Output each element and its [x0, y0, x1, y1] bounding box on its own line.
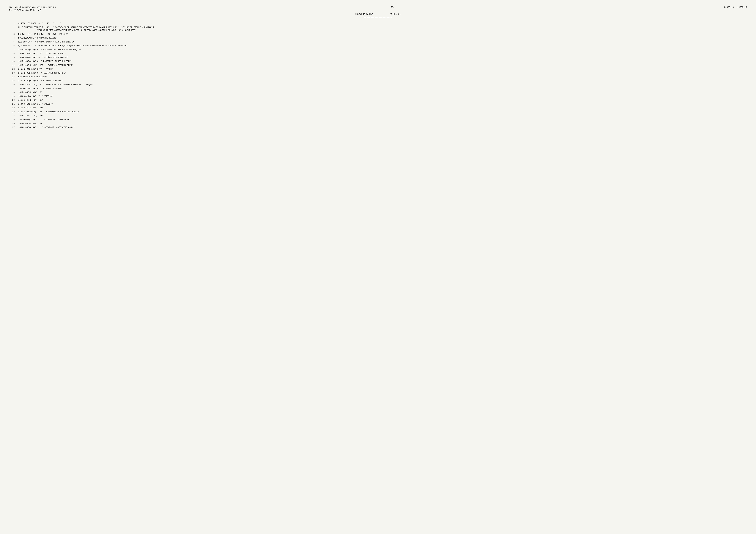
- row-text: П2* АППАРАТЫ И ПРИБОРЫ#*: [18, 75, 747, 78]
- row-number: 22: [9, 106, 18, 110]
- row-text: 1517-1446-2(=14)' 6*: [18, 91, 747, 94]
- row-number: 25: [9, 118, 18, 121]
- row-number: 12: [9, 67, 18, 71]
- row-text: Щ11-680-4' 4' ' ТО ЖЕ МАЛОГАБАРИТНЫХ ЩИТ…: [18, 44, 747, 47]
- doc-ref1: 24383-13: [724, 6, 734, 8]
- subtitle2-right: (П.Н.= 8): [390, 13, 401, 15]
- doc-num: - I24: [389, 6, 394, 8]
- header-equals: =====================: [9, 16, 747, 18]
- table-row: 91517-1062(=14)' 28' ' СТОЙКИ МЕТАЛЛИЧЕС…: [9, 56, 747, 59]
- row-number: 26: [9, 122, 18, 125]
- row-text: 1517-1509(=14)' 8' ' КОМПЛЕКТ КРЕПЛЕНИЯ …: [18, 60, 747, 63]
- program-title: ПРОГРАММНЫЙ КОМПЛЕКС АВС-3ЕС ( РЕДАКЦИЯ …: [9, 6, 59, 9]
- row-number: 23: [9, 111, 18, 114]
- table-row: 271504-1006(=14)' 21' ' СТОИМОСТЬ АВТОМА…: [9, 126, 747, 129]
- row-text: 1504-1006(=14)' 21' ' СТОИМОСТЬ АВТОМАТО…: [18, 126, 747, 129]
- table-row: 2Ш' ' ТИПОВОЙ ПРОЕКТ Г.2-4' ' ' ЗАГЛУБЛЕ…: [9, 26, 747, 32]
- table-row: 191504-6411(=14)' 17' ' УП5313*: [9, 95, 747, 98]
- table-row: 101517-1509(=14)' 8' ' КОМПЛЕКТ КРЕПЛЕНИ…: [9, 60, 747, 63]
- table-row: 161517-1445-2(=14)' 9' ' ПЕРЕКЛЮЧАТЕЛИ У…: [9, 83, 747, 86]
- row-text: 1504-6409(=14)' 9' ' СТОИМОСТЬ УП5311*: [18, 79, 747, 82]
- table-row: 211504-6414(=14)' 11' ' УП5316*: [9, 103, 747, 106]
- row-text: 1517-1504(=14)' 277' ' РАМКИ*: [18, 67, 747, 71]
- row-text: РОБОРУДОВАНИЕ И МОНТАЖНЫЕ РАБОТЫ*: [18, 37, 747, 39]
- table-row: 121517-1504(=14)' 277' ' РАМКИ*: [9, 67, 747, 71]
- row-line-1: Ш' ' ТИПОВОЙ ПРОЕКТ Г.2-4' ' ' ЗАГЛУБЛЕН…: [18, 26, 747, 29]
- row-number: 8: [9, 52, 18, 55]
- table-row: 181517-1446-2(=14)' 6*: [9, 91, 747, 94]
- table-row: 4РОБОРУДОВАНИЕ И МОНТАЖНЫЕ РАБОТЫ*: [9, 37, 747, 39]
- row-number: 24: [9, 114, 18, 117]
- row-number: 13: [9, 72, 18, 75]
- table-row: 241517-1444-2(=14)' 73*: [9, 114, 747, 117]
- table-row: 251504-6001(=14)' 11' ' СТОИМОСТЬ ТУМБЛЕ…: [9, 118, 747, 121]
- header-right: 24383-13 14890116: [724, 6, 747, 8]
- table-row: 151504-6409(=14)' 9' ' СТОИМОСТЬ УП5311*: [9, 79, 747, 82]
- row-number: 3: [9, 33, 18, 36]
- table-row: 221517-1450-2(=14)' 11*: [9, 106, 747, 110]
- table-row: 14П2* АППАРАТЫ И ПРИБОРЫ#*: [9, 75, 747, 78]
- row-number: 18: [9, 91, 18, 94]
- row-text: 1517-1453-2(=14)' 11*: [18, 122, 747, 125]
- row-text: 1517-1103(=14)' 2,0' ' ТО ЖЕ ЩУК И ЩУН1*: [18, 52, 747, 55]
- row-text: 314890116' Н9Г1' Сr ' 1.1' ' ' ' ' *: [18, 22, 747, 25]
- row-number: 27: [9, 126, 18, 129]
- row-number: 10: [9, 60, 18, 63]
- row-line-2: РИБОРОВ СРЕДСТ АВТОМАТИЗАЦИИ' АЛЬБОМ 6 Ч…: [18, 29, 747, 32]
- row-number: 11: [9, 64, 18, 67]
- header-doc-num: - I24: [389, 6, 394, 8]
- table-row: 111517-1495-2(=14)' 193' ' ЗАЖИМЫ ОТВОДН…: [9, 64, 747, 67]
- header-left: ПРОГРАММНЫЙ КОМПЛЕКС АВС-3ЕС ( РЕДАКЦИЯ …: [9, 6, 59, 12]
- table-row: 3Н3=1,1' Н4=1,1' Н5=1,1' Н10=16,5' Н22=8…: [9, 33, 747, 36]
- row-number: 2: [9, 26, 18, 32]
- row-text: 1504-6001(=14)' 11' ' СТОИМОСТЬ ТУМБЛЕРА…: [18, 118, 747, 121]
- content-rows: 1314890116' Н9Г1' Сr ' 1.1' ' ' ' ' *2Ш'…: [9, 22, 747, 129]
- row-number: 20: [9, 99, 18, 102]
- table-row: 171504-6410(=14)' 6' ' СТОИМОСТЬ УП5312*: [9, 87, 747, 90]
- table-row: 1314890116' Н9Г1' Сr ' 1.1' ' ' ' ' *: [9, 22, 747, 25]
- table-row: 131517-1505(=14)' 8' ' ТАБЛИЧКИ ФИРМЕННЫ…: [9, 72, 747, 75]
- row-number: 9: [9, 56, 18, 59]
- table-row: 81517-1103(=14)' 2,0' ' ТО ЖЕ ЩУК И ЩУН1…: [9, 52, 747, 55]
- row-text: 1517-1062(=14)' 28' ' СТОЙКИ МЕТАЛЛИЧЕСК…: [18, 56, 747, 59]
- row-number: 15: [9, 79, 18, 82]
- row-text: Щ11-680-2' 6' ' МОНТАЖ ЩИТОВ УПРАВЛЕНИЯ …: [18, 40, 747, 43]
- row-text: 1504-6411(=14)' 17' ' УП5313*: [18, 95, 747, 98]
- row-text: 1517-1450-2(=14)' 11*: [18, 106, 747, 110]
- row-number: 17: [9, 87, 18, 90]
- table-row: 201517-1447-2(=14)' 17*: [9, 99, 747, 102]
- row-number: 21: [9, 103, 18, 106]
- table-row: 6Щ11-680-4' 4' ' ТО ЖЕ МАЛОГАБАРИТНЫХ ЩИ…: [9, 44, 747, 47]
- table-row: 71517-1070(=14)' 6' ' МЕТАЛЛОКОНСТРУКЦИИ…: [9, 48, 747, 51]
- row-number: 19: [9, 95, 18, 98]
- row-text: 1517-1070(=14)' 6' ' МЕТАЛЛОКОНСТРУКЦИИ …: [18, 48, 747, 51]
- table-row: 231504-18011(=14)' 73' ' ВЫКЛЮЧАТЕЛИ КНО…: [9, 111, 747, 114]
- table-row: 5Щ11-680-2' 6' ' МОНТАЖ ЩИТОВ УПРАВЛЕНИЯ…: [9, 40, 747, 43]
- row-text: Ш' ' ТИПОВОЙ ПРОЕКТ Г.2-4' ' ' ЗАГЛУБЛЕН…: [18, 26, 747, 32]
- row-number: 4: [9, 37, 18, 39]
- subtitle1: Г.2-IV-3.90 Альбом I3 Книга 2: [9, 9, 59, 12]
- row-text: 1517-1495-2(=14)' 193' ' ЗАЖИМЫ ОТВОДНЫХ…: [18, 64, 747, 67]
- row-text: 1517-1444-2(=14)' 73*: [18, 114, 747, 117]
- row-number: 1: [9, 22, 18, 25]
- table-row: 261517-1453-2(=14)' 11*: [9, 122, 747, 125]
- row-text: 1504-18011(=14)' 73' ' ВЫКЛЮЧАТЕЛИ КНОПО…: [18, 111, 747, 114]
- row-number: 6: [9, 44, 18, 47]
- page-header: ПРОГРАММНЫЙ КОМПЛЕКС АВС-3ЕС ( РЕДАКЦИЯ …: [9, 6, 747, 12]
- row-text: 1504-6414(=14)' 11' ' УП5316*: [18, 103, 747, 106]
- header-subtitle2: ИСХОДНЫЕ ДАННЫЕ (П.Н.= 8): [9, 13, 747, 15]
- row-number: 7: [9, 48, 18, 51]
- row-text: 1517-1447-2(=14)' 17*: [18, 99, 747, 102]
- row-text: 1517-1505(=14)' 8' ' ТАБЛИЧКИ ФИРМЕННЫЕ*: [18, 72, 747, 75]
- row-text: 1504-6410(=14)' 6' ' СТОИМОСТЬ УП5312*: [18, 87, 747, 90]
- row-text: Н3=1,1' Н4=1,1' Н5=1,1' Н10=16,5' Н22=8,…: [18, 33, 747, 36]
- row-number: 5: [9, 40, 18, 43]
- row-text: 1517-1445-2(=14)' 9' ' ПЕРЕКЛЮЧАТЕЛИ УНИ…: [18, 83, 747, 86]
- row-number: 16: [9, 83, 18, 86]
- subtitle2-text: ИСХОДНЫЕ ДАННЫЕ: [355, 13, 373, 15]
- doc-ref2: 14890116: [738, 6, 747, 8]
- row-number: 14: [9, 75, 18, 78]
